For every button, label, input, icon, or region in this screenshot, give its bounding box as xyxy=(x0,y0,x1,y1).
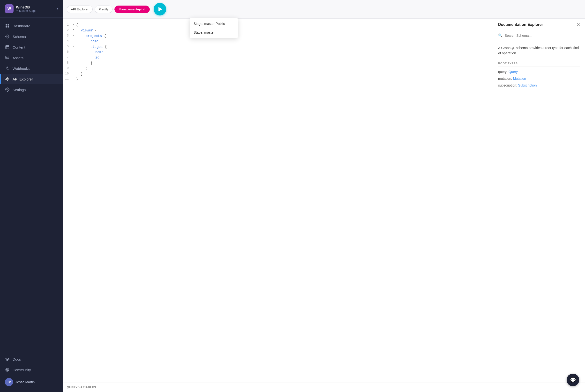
doc-type-label-subscription: subscription: xyxy=(498,84,517,87)
code-line-7: 7 id xyxy=(63,55,493,60)
doc-section-root-types: ROOT TYPES xyxy=(498,62,580,66)
doc-type-mutation: mutation: Mutation xyxy=(498,76,580,80)
sidebar-nav: Dashboard Schema Content xyxy=(0,18,63,351)
sidebar-item-label-settings: Settings xyxy=(13,88,26,92)
code-content-10: } xyxy=(76,71,493,76)
sidebar-item-community[interactable]: Community xyxy=(0,364,63,375)
toolbar: API Explorer Prettify ManagementApi ✓ St… xyxy=(63,0,585,18)
svg-rect-2 xyxy=(6,26,7,28)
line-arrow-5: ▾ xyxy=(73,44,76,48)
code-content-4: name xyxy=(76,39,493,44)
sidebar-item-assets[interactable]: Assets xyxy=(0,52,63,63)
dropdown-item-master-public[interactable]: Stage: master Public xyxy=(190,19,238,28)
svg-point-9 xyxy=(6,57,7,57)
chat-icon: 💬 xyxy=(570,377,576,383)
user-name: Jesse Martin xyxy=(16,380,51,384)
svg-rect-5 xyxy=(6,46,9,49)
doc-type-label-query: query: xyxy=(498,70,508,74)
code-line-9: 9 } xyxy=(63,66,493,71)
app-logo: W xyxy=(5,4,14,13)
user-profile[interactable]: JM Jesse Martin ⋮ xyxy=(0,375,63,389)
code-editor[interactable]: 1 ▾ { 2 ▾ viewer { 3 ▾ projects { 4 name… xyxy=(63,18,493,382)
doc-type-link-mutation[interactable]: Mutation xyxy=(513,76,526,80)
line-number-5: 5 xyxy=(63,44,73,49)
code-content-11: } xyxy=(76,76,493,82)
prettify-button[interactable]: Prettify xyxy=(95,6,113,13)
line-number-9: 9 xyxy=(63,66,73,71)
query-variables-bar[interactable]: QUERY VARIABLES xyxy=(63,382,585,392)
svg-rect-1 xyxy=(8,24,9,26)
doc-explorer-body: A GraphQL schema provides a root type fo… xyxy=(493,40,585,382)
content-icon xyxy=(5,45,10,50)
user-menu-icon[interactable]: ⋮ xyxy=(54,380,58,385)
run-query-button[interactable] xyxy=(154,3,166,16)
management-api-button[interactable]: ManagementApi ✓ xyxy=(114,6,150,13)
doc-type-subscription: subscription: Subscription xyxy=(498,84,580,87)
line-number-2: 2 xyxy=(63,28,73,33)
svg-marker-10 xyxy=(6,77,9,81)
sidebar-bottom: Docs Community JM Jesse Martin ⋮ xyxy=(0,351,63,392)
close-icon[interactable]: ✕ xyxy=(576,22,580,27)
api-dropdown-menu: Stage: master Public Stage: master xyxy=(190,18,238,38)
code-line-6: 6 name xyxy=(63,50,493,55)
app-name: WineDB xyxy=(16,5,54,9)
line-number-3: 3 xyxy=(63,33,73,38)
line-number-10: 10 xyxy=(63,71,73,76)
sidebar-item-schema[interactable]: Schema xyxy=(0,31,63,42)
editor-area: 1 ▾ { 2 ▾ viewer { 3 ▾ projects { 4 name… xyxy=(63,18,585,382)
code-line-3: 3 ▾ projects { xyxy=(63,33,493,39)
code-content-9: } xyxy=(76,66,493,71)
sidebar-item-label-docs: Docs xyxy=(13,357,21,361)
sidebar-item-label-schema: Schema xyxy=(13,34,26,39)
code-line-1: 1 ▾ { xyxy=(63,22,493,28)
code-line-5: 5 ▾ stages { xyxy=(63,44,493,50)
code-content-8: } xyxy=(76,60,493,66)
doc-explorer: Documentation Explorer ✕ 🔍 A GraphQL sch… xyxy=(493,18,585,382)
search-icon: 🔍 xyxy=(498,33,503,38)
sidebar-item-content[interactable]: Content xyxy=(0,42,63,52)
svg-point-11 xyxy=(7,89,8,90)
app-stage: ↪ Master Stage xyxy=(16,9,54,12)
line-number-1: 1 xyxy=(63,22,73,28)
sidebar-item-settings[interactable]: Settings xyxy=(0,84,63,95)
code-line-10: 10 } xyxy=(63,71,493,76)
line-number-7: 7 xyxy=(63,55,73,60)
code-content-3: projects { xyxy=(76,33,493,39)
dropdown-item-master[interactable]: Stage: master xyxy=(190,28,238,37)
code-content-2: viewer { xyxy=(76,28,493,33)
sidebar-item-label-assets: Assets xyxy=(13,56,24,60)
schema-icon xyxy=(5,34,10,39)
sidebar-item-dashboard[interactable]: Dashboard xyxy=(0,20,63,31)
line-number-11: 11 xyxy=(63,76,73,82)
doc-type-label-mutation: mutation: xyxy=(498,76,512,80)
line-arrow-1: ▾ xyxy=(73,22,76,27)
sidebar-item-webhooks[interactable]: Webhooks xyxy=(0,63,63,74)
doc-explorer-header: Documentation Explorer ✕ xyxy=(493,18,585,31)
code-line-8: 8 } xyxy=(63,60,493,66)
schema-search-input[interactable] xyxy=(505,34,580,38)
stage-arrow-icon: ↪ xyxy=(16,9,18,12)
sidebar-brand: WineDB ↪ Master Stage xyxy=(16,5,54,12)
chat-button[interactable]: 💬 xyxy=(567,374,579,386)
line-number-4: 4 xyxy=(63,39,73,44)
sidebar-header: W WineDB ↪ Master Stage ▾ xyxy=(0,0,63,18)
line-number-8: 8 xyxy=(63,60,73,66)
community-icon xyxy=(5,367,10,372)
doc-type-link-query[interactable]: Query xyxy=(508,70,518,74)
line-arrow-3: ▾ xyxy=(73,33,76,38)
sidebar-item-api-explorer[interactable]: API Explorer xyxy=(0,74,63,84)
svg-rect-0 xyxy=(6,24,7,26)
sidebar-item-docs[interactable]: Docs xyxy=(0,354,63,364)
doc-description: A GraphQL schema provides a root type fo… xyxy=(498,45,580,56)
checkmark-icon: ✓ xyxy=(143,8,146,11)
svg-rect-3 xyxy=(8,26,9,28)
chevron-down-icon[interactable]: ▾ xyxy=(57,7,58,10)
doc-explorer-title: Documentation Explorer xyxy=(498,22,543,27)
svg-point-4 xyxy=(7,36,8,37)
doc-type-link-subscription[interactable]: Subscription xyxy=(518,84,537,87)
stage-label: Master Stage xyxy=(19,9,36,12)
avatar: JM xyxy=(5,378,13,386)
api-explorer-button[interactable]: API Explorer xyxy=(67,6,93,13)
play-icon xyxy=(158,7,162,11)
api-explorer-icon xyxy=(5,76,10,82)
